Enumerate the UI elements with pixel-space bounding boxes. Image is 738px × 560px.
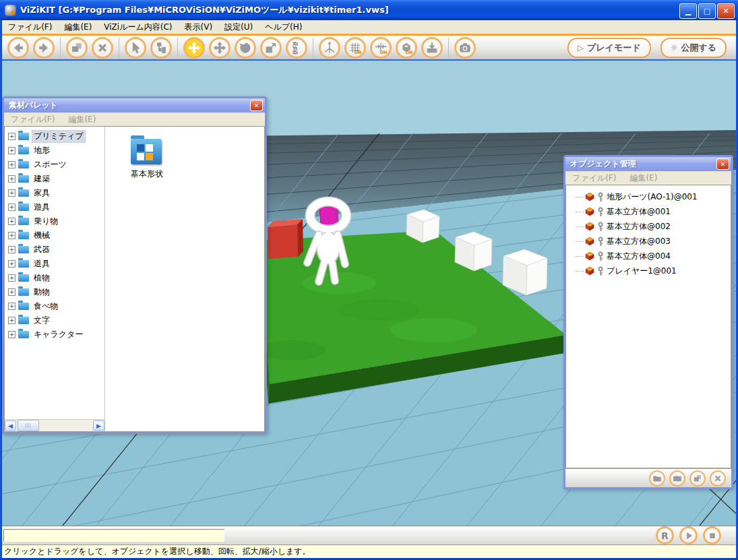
scroll-right-icon[interactable]: ▶ [93,421,104,431]
folder-icon [18,147,29,154]
toolbar-axis-button[interactable] [319,37,340,59]
run-play-button[interactable] [679,526,698,545]
object-manager-menubar: ファイル(F) 編集(E) [565,171,731,185]
expand-icon[interactable]: + [8,175,16,183]
tree-item-machines[interactable]: +機械 [5,228,104,243]
toolbar-move-mode-button[interactable] [183,37,205,59]
expand-icon[interactable]: + [8,232,16,239]
scene-red-cube[interactable] [268,219,303,259]
expand-icon[interactable]: + [8,204,16,211]
object-row-terrain[interactable]: 地形パーツ(AO-1)@001 [566,189,731,204]
publish-button[interactable]: ☼ 公開する [660,38,727,58]
reset-button[interactable]: R [656,526,674,545]
message-input[interactable] [3,529,224,542]
object-manager-close-icon[interactable]: ✕ [716,158,729,170]
toolbar-translate-button[interactable] [209,37,230,59]
tree-item-animals[interactable]: +動物 [5,285,104,299]
object-row-cube-002[interactable]: 基本立方体@002 [566,219,731,234]
title-bar[interactable]: ViZiKIT [G:¥Program Files¥MiCROViSiON¥Vi… [0,0,738,20]
close-button[interactable]: ✕ [717,3,735,19]
tree-item-characters[interactable]: +キャラクター [5,328,104,342]
palette-menu-edit[interactable]: 編集(E) [61,113,102,126]
material-palette-menubar: ファイル(F) 編集(E) [4,113,265,127]
expand-icon[interactable]: + [8,274,16,282]
object-row-cube-004[interactable]: 基本立方体@004 [566,249,731,263]
objmgr-menu-edit[interactable]: 編集(E) [623,172,664,185]
expand-icon[interactable]: + [8,260,16,268]
toolbar-scale-button[interactable] [260,37,282,59]
tree-item-sports[interactable]: +スポーツ [5,158,104,172]
key-icon [597,266,604,276]
object-manager-titlebar[interactable]: オブジェクト管理 ✕ [565,157,731,171]
tree-item-tools[interactable]: +道具 [5,257,104,271]
tree-item-architecture[interactable]: +建築 [5,172,104,186]
tree-horizontal-scrollbar[interactable]: ◀ ▶ [5,419,104,431]
tree-item-furniture[interactable]: +家具 [5,186,104,200]
menu-vizi-room[interactable]: ViZiルーム内容(C) [98,20,178,34]
expand-icon[interactable]: + [8,189,16,197]
expand-icon[interactable]: + [8,288,16,296]
expand-icon[interactable]: + [8,133,16,140]
toolbar-rotate-button[interactable] [235,37,256,59]
toolbar-snap-toggle-button[interactable]: ON [370,37,392,59]
toolbar-box-toggle-button[interactable]: ON [396,37,417,59]
objmgr-delete-button[interactable] [710,470,726,487]
basic-shapes-folder-icon[interactable] [131,139,162,164]
run-stop-button[interactable] [703,526,721,545]
expand-icon[interactable]: + [8,161,16,168]
scroll-thumb[interactable] [18,420,39,431]
toolbar-duplicate-button[interactable] [66,37,88,59]
toolbar-hierarchy-button[interactable] [150,37,172,59]
tree-item-weapons[interactable]: +武器 [5,243,104,257]
tree-item-primitive[interactable]: +プリミティブ [5,129,104,144]
scroll-left-icon[interactable]: ◀ [5,421,16,431]
expand-icon[interactable]: + [8,218,16,225]
object-manager-button-bar [565,468,731,487]
minimize-button[interactable]: ▁ [679,3,697,19]
menu-file[interactable]: ファイル(F) [2,20,58,34]
material-palette-close-icon[interactable]: ✕ [250,100,263,111]
expand-icon[interactable]: + [8,317,16,324]
maximize-button[interactable]: □ [698,3,716,19]
material-palette-titlebar[interactable]: 素材パレット ✕ [4,98,265,113]
object-row-cube-003[interactable]: 基本立方体@003 [566,234,731,249]
objmgr-rename-button[interactable] [669,470,685,487]
toolbar-select-button[interactable] [125,37,146,59]
expand-icon[interactable]: + [8,147,16,154]
play-mode-button[interactable]: ▷ プレイモード [567,38,651,58]
toolbar-xyz-button[interactable]: X:Y:Z: [286,37,307,59]
toolbar-import-button[interactable] [421,37,443,59]
objmgr-menu-file[interactable]: ファイル(F) [565,172,623,185]
menu-settings[interactable]: 設定(U) [218,20,259,34]
object-label: 基本立方体@004 [607,251,671,262]
tree-item-vehicles[interactable]: +乗り物 [5,214,104,228]
tree-item-playground[interactable]: +遊具 [5,200,104,214]
toolbar-screenshot-button[interactable] [454,37,476,59]
tree-item-plants[interactable]: +植物 [5,271,104,285]
folder-icon [18,175,29,183]
key-icon [597,237,604,247]
toolbar-grid-toggle-button[interactable]: ON [344,37,366,59]
toolbar-forward-button[interactable] [33,37,55,59]
material-category-tree: +プリミティブ +地形 +スポーツ +建築 +家具 +遊具 +乗り物 +機械 +… [5,127,105,431]
toolbar-separator [177,38,178,58]
expand-icon[interactable]: + [8,303,16,310]
expand-icon[interactable]: + [8,331,16,338]
object-cube-icon [585,207,594,216]
objmgr-duplicate-button[interactable] [689,470,706,487]
tree-item-letters[interactable]: +文字 [5,313,104,328]
object-row-cube-001[interactable]: 基本立方体@001 [566,204,731,219]
toolbar-back-button[interactable] [7,37,29,59]
expand-icon[interactable]: + [8,246,16,253]
menu-edit[interactable]: 編集(E) [58,20,98,34]
object-row-player[interactable]: プレイヤー1@001 [566,263,731,278]
objmgr-folder-button[interactable] [649,470,665,487]
menu-view[interactable]: 表示(V) [178,20,218,34]
menu-help[interactable]: ヘルプ(H) [259,20,308,34]
tree-item-food[interactable]: +食べ物 [5,299,104,313]
palette-menu-file[interactable]: ファイル(F) [4,113,61,126]
material-content-panel: 基本形状 [105,127,264,431]
app-icon [5,5,16,16]
tree-item-terrain[interactable]: +地形 [5,144,104,158]
toolbar-delete-button[interactable] [92,37,113,59]
